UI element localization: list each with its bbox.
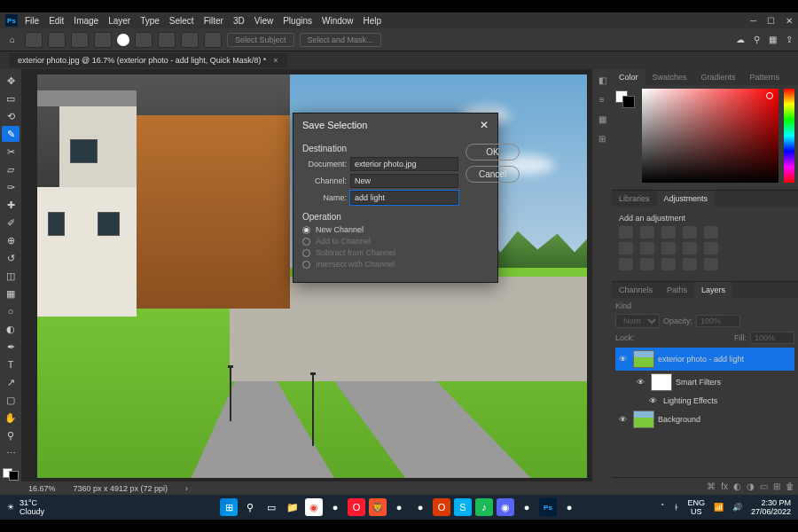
layer-row[interactable]: 👁 Lighting Effects: [615, 394, 794, 408]
visibility-icon[interactable]: 👁: [619, 415, 630, 424]
group-icon[interactable]: ▭: [760, 481, 768, 491]
edit-toolbar-icon[interactable]: ⋯: [2, 445, 20, 461]
adj-posterize-icon[interactable]: [640, 258, 654, 270]
tab-patterns[interactable]: Patterns: [743, 69, 787, 85]
layer-row[interactable]: 👁 Smart Filters: [615, 371, 794, 394]
adj-selective-icon[interactable]: [704, 258, 718, 270]
weather-icon[interactable]: ☀: [7, 503, 14, 512]
menu-layer[interactable]: Layer: [108, 16, 130, 26]
tab-paths[interactable]: Paths: [660, 282, 694, 298]
collapsed-panel-icon[interactable]: ⊞: [595, 131, 609, 145]
adj-gradient-map-icon[interactable]: [683, 258, 697, 270]
cancel-button[interactable]: Cancel: [466, 166, 520, 183]
shape-tool-icon[interactable]: ▢: [2, 392, 20, 408]
enhance-edge-icon[interactable]: [181, 32, 199, 48]
ok-button[interactable]: OK: [466, 144, 520, 160]
sample-all-icon[interactable]: [158, 32, 176, 48]
maximize-icon[interactable]: ☐: [767, 16, 775, 26]
adj-channel-mixer-icon[interactable]: [683, 242, 697, 254]
zoom-level[interactable]: 16.67%: [28, 484, 56, 493]
select-mask-button[interactable]: Select and Mask...: [300, 33, 381, 47]
spotify-icon[interactable]: ♪: [475, 498, 493, 516]
frame-tool-icon[interactable]: ▱: [2, 161, 20, 177]
opera-icon[interactable]: O: [348, 498, 365, 516]
menu-filter[interactable]: Filter: [204, 16, 223, 26]
discord-icon[interactable]: ◉: [497, 498, 514, 516]
document-select[interactable]: exterior photo.jpg: [350, 157, 458, 171]
document-close-icon[interactable]: ×: [273, 56, 278, 65]
status-chevron-icon[interactable]: ›: [185, 484, 188, 493]
settings-icon[interactable]: [204, 32, 222, 48]
background-swatch[interactable]: [9, 471, 19, 481]
adj-levels-icon[interactable]: [640, 226, 654, 239]
search-taskbar-icon[interactable]: ⚲: [241, 498, 259, 516]
opacity-input[interactable]: [696, 315, 740, 327]
collapsed-panel-icon[interactable]: ▦: [595, 112, 609, 126]
collapsed-panel-icon[interactable]: ◧: [595, 73, 609, 87]
radio-new-channel[interactable]: New Channel: [302, 225, 458, 234]
lasso-tool-icon[interactable]: ⟲: [2, 108, 20, 124]
zoom-tool-icon[interactable]: ⚲: [2, 427, 20, 443]
tab-layers[interactable]: Layers: [694, 282, 732, 298]
move-tool-icon[interactable]: ✥: [2, 73, 20, 89]
menu-image[interactable]: Image: [74, 16, 98, 26]
layer-row[interactable]: 👁 exterior photo - add light: [615, 348, 794, 371]
explorer-icon[interactable]: 📁: [284, 498, 301, 516]
visibility-icon[interactable]: 👁: [637, 378, 647, 387]
marquee-tool-icon[interactable]: ▭: [2, 90, 20, 106]
start-icon[interactable]: ⊞: [220, 498, 238, 516]
layer-row[interactable]: 👁 Background: [615, 408, 794, 431]
menu-select[interactable]: Select: [169, 16, 194, 26]
volume-icon[interactable]: 🔊: [732, 503, 742, 512]
adj-bw-icon[interactable]: [640, 242, 654, 254]
tab-libraries[interactable]: Libraries: [612, 191, 657, 207]
bluetooth-icon[interactable]: ᚼ: [674, 503, 678, 512]
adjustment-layer-icon[interactable]: ◑: [747, 481, 755, 491]
app-icon[interactable]: ●: [326, 498, 344, 516]
menu-view[interactable]: View: [254, 16, 274, 26]
adj-vibrance-icon[interactable]: [704, 226, 718, 239]
tool-preset-icon[interactable]: [25, 32, 43, 48]
chevron-up-icon[interactable]: ˄: [661, 503, 665, 512]
menu-type[interactable]: Type: [140, 16, 160, 26]
skype-icon[interactable]: S: [454, 498, 472, 516]
pen-tool-icon[interactable]: ✒: [2, 339, 20, 355]
app-icon[interactable]: ●: [518, 498, 536, 516]
menu-plugins[interactable]: Plugins: [283, 16, 312, 26]
brave-icon[interactable]: 🦁: [369, 498, 387, 516]
type-tool-icon[interactable]: T: [2, 356, 20, 372]
fx-icon[interactable]: fx: [721, 481, 728, 491]
clock-time[interactable]: 2:30 PM: [751, 498, 791, 507]
color-swatch-tool[interactable]: [3, 468, 19, 481]
share-icon[interactable]: ⇪: [786, 35, 793, 44]
select-subject-button[interactable]: Select Subject: [227, 33, 294, 47]
tab-color[interactable]: Color: [612, 69, 645, 85]
brush-settings-icon[interactable]: [135, 32, 153, 48]
adj-threshold-icon[interactable]: [661, 258, 676, 270]
menu-3d[interactable]: 3D: [233, 16, 245, 26]
menu-window[interactable]: Window: [322, 16, 354, 26]
mask-icon[interactable]: ◐: [733, 481, 741, 491]
collapsed-panel-icon[interactable]: ≡: [595, 92, 609, 106]
tab-gradients[interactable]: Gradients: [694, 69, 743, 85]
crop-tool-icon[interactable]: ✂: [2, 144, 20, 160]
adj-hue-icon[interactable]: [619, 242, 633, 254]
menu-file[interactable]: File: [25, 16, 39, 26]
selection-add-icon[interactable]: [71, 32, 89, 48]
gradient-tool-icon[interactable]: ▦: [2, 286, 20, 301]
taskview-icon[interactable]: ▭: [262, 498, 280, 516]
fill-input[interactable]: [750, 332, 794, 344]
hand-tool-icon[interactable]: ✋: [2, 410, 20, 426]
home-icon[interactable]: ⌂: [5, 34, 20, 46]
channel-select[interactable]: New: [350, 174, 458, 188]
menu-edit[interactable]: Edit: [49, 16, 64, 26]
adj-color-lookup-icon[interactable]: [704, 242, 718, 254]
dodge-tool-icon[interactable]: ◐: [2, 321, 20, 337]
menu-help[interactable]: Help: [364, 16, 382, 26]
color-fg-bg[interactable]: [615, 90, 635, 108]
language[interactable]: ENG: [687, 498, 705, 507]
adj-invert-icon[interactable]: [619, 258, 633, 270]
brush-tool-icon[interactable]: ✐: [2, 215, 20, 231]
eraser-tool-icon[interactable]: ◫: [2, 268, 20, 284]
minimize-icon[interactable]: ─: [750, 16, 756, 26]
